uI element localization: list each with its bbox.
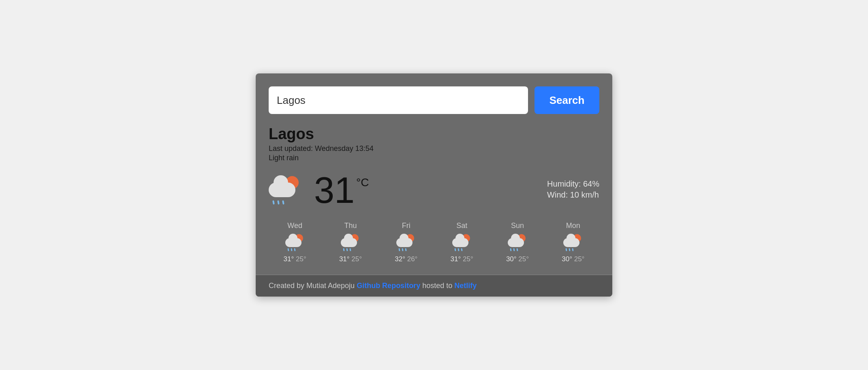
forecast-row: Wed 31° 25° Thu <box>269 222 599 263</box>
forecast-day-label-5: Mon <box>566 222 580 230</box>
forecast-day-0: Wed 31° 25° <box>269 222 321 263</box>
forecast-temps-5: 30° 25° <box>562 255 584 263</box>
current-weather-icon <box>269 176 301 204</box>
footer: Created by Mutiat Adepoju Github Reposit… <box>256 275 612 297</box>
rain-drop-3 <box>282 200 284 205</box>
temperature-unit: °C <box>356 176 369 189</box>
search-input[interactable] <box>269 86 528 114</box>
last-updated: Last updated: Wednesday 13:54 <box>269 144 599 153</box>
current-weather-row: 31 °C Humidity: 64% Wind: 10 km/h <box>269 172 599 209</box>
forecast-temps-2: 32° 26° <box>395 255 417 263</box>
forecast-day-label-2: Fri <box>402 222 410 230</box>
forecast-day-4: Sun 30° 25° <box>491 222 543 263</box>
forecast-day-3: Sat 31° 25° <box>436 222 488 263</box>
rain-drop-1 <box>272 200 275 205</box>
github-link[interactable]: Github Repository <box>357 282 420 290</box>
forecast-day-label-0: Wed <box>287 222 302 230</box>
forecast-icon-1 <box>341 234 360 251</box>
weather-details: Humidity: 64% Wind: 10 km/h <box>547 179 599 201</box>
humidity: Humidity: 64% <box>547 179 599 189</box>
forecast-temps-0: 31° 25° <box>284 255 306 263</box>
footer-prefix: Created by Mutiat Adepoju <box>269 282 357 290</box>
search-button[interactable]: Search <box>534 86 599 114</box>
forecast-day-label-1: Thu <box>344 222 357 230</box>
forecast-icon-5 <box>563 234 583 251</box>
city-name: Lagos <box>269 125 599 143</box>
weather-condition: Light rain <box>269 154 599 162</box>
rain-drop-2 <box>277 200 280 205</box>
app-container: Search Lagos Last updated: Wednesday 13:… <box>256 73 612 297</box>
forecast-day-label-4: Sun <box>511 222 524 230</box>
cloud-body <box>269 183 295 197</box>
forecast-icon-4 <box>508 234 527 251</box>
footer-middle: hosted to <box>420 282 454 290</box>
rain-drops <box>273 200 284 204</box>
temperature-value: 31 <box>314 172 355 209</box>
forecast-day-1: Thu 31° 25° <box>324 222 376 263</box>
forecast-day-5: Mon 30° 25° <box>547 222 599 263</box>
temperature-block: 31 °C <box>314 172 369 209</box>
forecast-icon-3 <box>452 234 472 251</box>
forecast-day-2: Fri 32° 26° <box>380 222 432 263</box>
main-content: Search Lagos Last updated: Wednesday 13:… <box>256 73 612 275</box>
forecast-day-label-3: Sat <box>456 222 467 230</box>
netlify-link[interactable]: Netlify <box>454 282 477 290</box>
forecast-icon-2 <box>396 234 416 251</box>
forecast-temps-3: 31° 25° <box>451 255 473 263</box>
forecast-temps-4: 30° 25° <box>506 255 529 263</box>
wind: Wind: 10 km/h <box>547 190 599 200</box>
forecast-icon-0 <box>285 234 305 251</box>
forecast-temps-1: 31° 25° <box>339 255 362 263</box>
search-row: Search <box>269 86 599 114</box>
